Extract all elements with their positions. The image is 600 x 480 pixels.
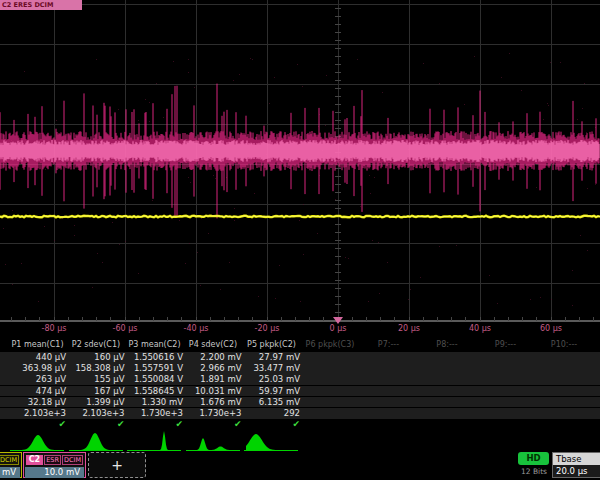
measure-value-mean: 1.557591 V bbox=[125, 363, 183, 374]
measure-status-check: ✔ bbox=[184, 419, 242, 430]
channel-descriptor-c2[interactable]: C2 ESR DCIM 10.0 mV bbox=[23, 452, 86, 478]
measure-value-value: 2.200 mV bbox=[184, 352, 242, 363]
measure-value-value: 440 µV bbox=[8, 352, 66, 363]
histicon-p5[interactable] bbox=[242, 431, 300, 452]
measure-value-max: 1.558645 V bbox=[125, 386, 183, 397]
measure-value-sdev: 1.330 mV bbox=[125, 397, 183, 408]
measure-status-check: ✔ bbox=[8, 419, 66, 430]
timebase-value: 20.0 µs bbox=[553, 465, 600, 478]
c2-volts-per-div: 10.0 mV bbox=[25, 467, 84, 478]
measure-value-max: 59.97 mV bbox=[242, 386, 300, 397]
c2-badge: C2 bbox=[26, 455, 43, 465]
measure-value-max: 474 µV bbox=[8, 386, 66, 397]
measure-value-num: 1.730e+3 bbox=[184, 408, 242, 419]
c2-processing-tag-dcim: DCIM bbox=[62, 455, 83, 465]
measure-value-sdev: 6.135 mV bbox=[242, 397, 300, 408]
channel-descriptor-c1[interactable]: C1 DCIM 0 mV bbox=[0, 452, 22, 478]
measure-value-max: 167 µV bbox=[67, 386, 125, 397]
trigger-position-marker[interactable] bbox=[333, 317, 343, 324]
measure-status-check: ✔ bbox=[242, 419, 300, 430]
x-tick-label: 20 µs bbox=[387, 324, 431, 333]
measure-value-min: 1.550084 V bbox=[125, 374, 183, 385]
measure-value-value: 160 µV bbox=[67, 352, 125, 363]
measure-param-header[interactable]: P6 pkpk(C3) bbox=[301, 340, 360, 349]
measure-param-header[interactable]: P2 sdev(C1) bbox=[67, 340, 126, 349]
measure-param-header[interactable]: P10:--- bbox=[535, 340, 594, 349]
c1-volts-per-div: 0 mV bbox=[0, 467, 20, 478]
oscilloscope-screen: C2 ERES DCIM -100 µs-80 µs-60 µs-40 µs-2… bbox=[0, 0, 600, 480]
measure-value-num: 2.103e+3 bbox=[67, 408, 125, 419]
measure-value-mean: 33.477 mV bbox=[242, 363, 300, 374]
measure-value-num: 292 bbox=[242, 408, 300, 419]
measure-value-num: 1.730e+3 bbox=[125, 408, 183, 419]
measure-value-num: 2.103e+3 bbox=[8, 408, 66, 419]
measure-value-sdev: 1.676 mV bbox=[184, 397, 242, 408]
measure-value-value: 27.97 mV bbox=[242, 352, 300, 363]
measure-param-header[interactable]: P11:--- bbox=[593, 340, 600, 349]
measure-value-min: 25.03 mV bbox=[242, 374, 300, 385]
measure-value-value: 1.550616 V bbox=[125, 352, 183, 363]
measure-param-header[interactable]: P4 sdev(C2) bbox=[184, 340, 243, 349]
measure-value-sdev: 32.18 µV bbox=[8, 397, 66, 408]
measure-param-header[interactable]: P5 pkpk(C2) bbox=[242, 340, 301, 349]
measure-value-min: 1.891 mV bbox=[184, 374, 242, 385]
add-trace-button[interactable]: + bbox=[88, 452, 146, 478]
x-tick-label: -100 µs bbox=[0, 324, 5, 333]
measure-param-header[interactable]: P1 mean(C1) bbox=[8, 340, 67, 349]
measure-value-mean: 363.98 µV bbox=[8, 363, 66, 374]
hd-mode-badge[interactable]: HD bbox=[518, 452, 549, 465]
x-tick-label: 60 µs bbox=[529, 324, 573, 333]
timebase-title: Tbase bbox=[553, 453, 600, 465]
measure-value-min: 263 µV bbox=[8, 374, 66, 385]
measure-value-max: 10.031 mV bbox=[184, 386, 242, 397]
x-tick-label: -80 µs bbox=[32, 324, 76, 333]
measure-param-header[interactable]: P7:--- bbox=[359, 340, 418, 349]
trace-annotation-label: C2 ERES DCIM bbox=[0, 0, 82, 10]
histicon-p2[interactable] bbox=[67, 431, 125, 452]
measure-value-mean: 2.966 mV bbox=[184, 363, 242, 374]
measure-status-check: ✔ bbox=[125, 419, 183, 430]
plus-icon: + bbox=[111, 457, 123, 473]
timebase-descriptor[interactable]: Tbase 20.0 µs bbox=[552, 452, 600, 478]
hd-bits-label: 12 Bits bbox=[510, 467, 558, 476]
histicon-p4[interactable] bbox=[184, 431, 242, 452]
histicon-p3[interactable] bbox=[125, 431, 183, 452]
measure-status-check: ✔ bbox=[67, 419, 125, 430]
x-tick-label: 0 µs bbox=[316, 324, 360, 333]
x-tick-label: -20 µs bbox=[245, 324, 289, 333]
measure-param-header[interactable]: P3 mean(C2) bbox=[125, 340, 184, 349]
measure-value-mean: 158.308 µV bbox=[67, 363, 125, 374]
x-tick-label: -40 µs bbox=[174, 324, 218, 333]
histicon-p1[interactable] bbox=[8, 431, 66, 452]
c1-processing-tag: DCIM bbox=[0, 455, 19, 465]
x-tick-label: -60 µs bbox=[103, 324, 147, 333]
measure-value-min: 155 µV bbox=[67, 374, 125, 385]
c2-processing-tag-esr: ESR bbox=[44, 455, 61, 465]
waveform-grid bbox=[0, 0, 600, 338]
x-tick-label: 40 µs bbox=[458, 324, 502, 333]
measure-value-sdev: 1.399 µV bbox=[67, 397, 125, 408]
measure-param-header[interactable]: P9:--- bbox=[476, 340, 535, 349]
measure-param-header[interactable]: P8:--- bbox=[418, 340, 477, 349]
